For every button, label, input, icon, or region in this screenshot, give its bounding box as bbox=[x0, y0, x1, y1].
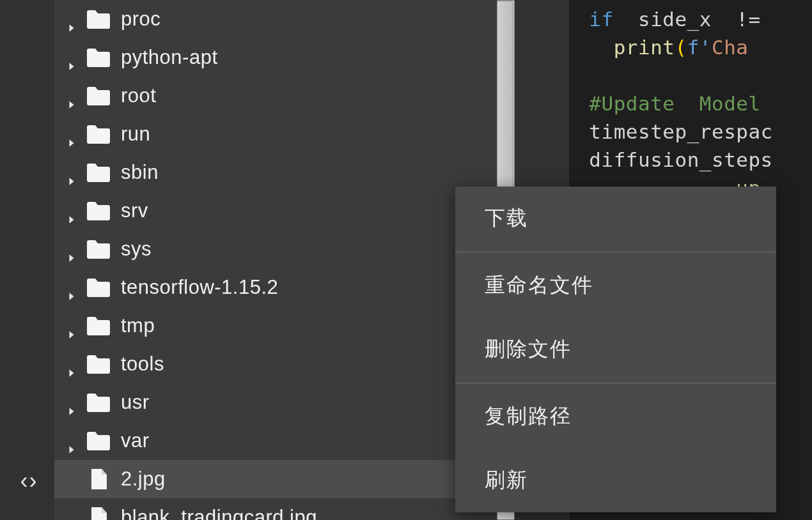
menu-divider bbox=[455, 383, 776, 383]
chevron-right-icon[interactable] bbox=[67, 206, 76, 215]
chevron-right-icon[interactable] bbox=[67, 15, 76, 24]
context-menu-item[interactable]: 复制路径 bbox=[455, 385, 776, 448]
folder-icon bbox=[86, 123, 111, 145]
tree-item-label: proc bbox=[121, 8, 160, 31]
tree-item-python-apt[interactable]: python-apt bbox=[54, 38, 515, 77]
tree-item-sbin[interactable]: sbin bbox=[54, 153, 515, 192]
tree-item-tmp[interactable]: tmp bbox=[54, 307, 515, 345]
folder-icon bbox=[86, 353, 111, 375]
context-menu-item[interactable]: 删除文件 bbox=[455, 317, 776, 381]
tree-item-label: blank_tradingcard.jpg bbox=[121, 506, 317, 520]
code-token: print bbox=[614, 36, 675, 59]
tree-item-label: srv bbox=[121, 199, 148, 222]
file-icon bbox=[86, 468, 111, 490]
tree-item-label: tmp bbox=[121, 314, 155, 337]
tree-item-label: sys bbox=[121, 238, 152, 261]
context-menu-item[interactable]: 下载 bbox=[455, 187, 776, 250]
chevron-right-icon[interactable] bbox=[67, 283, 76, 292]
tree-item-proc[interactable]: proc bbox=[54, 0, 515, 38]
context-menu-item[interactable]: 刷新 bbox=[455, 448, 776, 512]
code-line: #Update Model bbox=[550, 89, 812, 118]
code-line: if side_x != bbox=[550, 5, 812, 33]
tree-item-label: tools bbox=[121, 353, 164, 376]
code-token: != bbox=[736, 8, 760, 31]
chevron-right-icon[interactable] bbox=[67, 321, 76, 330]
chevron-right-icon[interactable] bbox=[67, 91, 76, 100]
code-line: print(f'Cha bbox=[550, 33, 812, 61]
context-menu-item[interactable]: 重命名文件 bbox=[455, 254, 776, 317]
tree-item-label: python-apt bbox=[121, 46, 218, 69]
folder-icon bbox=[86, 277, 111, 298]
file-icon bbox=[86, 507, 111, 520]
chevron-right-icon[interactable] bbox=[67, 53, 76, 62]
tree-item-label: tensorflow-1.15.2 bbox=[121, 276, 278, 299]
code-token: timestep_respac bbox=[589, 120, 772, 143]
code-toggle-icon[interactable]: ‹ › bbox=[20, 468, 35, 494]
code-token: if bbox=[589, 8, 613, 31]
tree-item-srv[interactable]: srv bbox=[54, 192, 515, 230]
folder-icon bbox=[86, 85, 111, 107]
folder-icon bbox=[86, 200, 111, 222]
tree-item-var[interactable]: var bbox=[54, 422, 515, 460]
code-token: Cha bbox=[712, 36, 749, 59]
folder-icon bbox=[86, 315, 111, 337]
context-menu: 下载重命名文件删除文件复制路径刷新 bbox=[455, 187, 776, 512]
code-token: f' bbox=[687, 36, 712, 59]
folder-icon bbox=[86, 8, 111, 30]
folder-icon bbox=[86, 47, 111, 68]
tree-item-run[interactable]: run bbox=[54, 115, 515, 153]
code-line bbox=[550, 61, 812, 89]
file-tree-panel: procpython-aptrootrunsbinsrvsystensorflo… bbox=[54, 0, 515, 520]
code-token: #Update Model bbox=[589, 92, 772, 115]
code-token: diffusion_steps bbox=[589, 148, 772, 171]
tree-item-sys[interactable]: sys bbox=[54, 230, 515, 268]
menu-divider bbox=[455, 252, 776, 252]
code-token: side_x bbox=[614, 8, 737, 31]
tree-item-label: run bbox=[121, 123, 150, 146]
chevron-right-icon[interactable] bbox=[67, 130, 76, 139]
chevron-right-icon[interactable] bbox=[67, 398, 76, 407]
tree-item-label: usr bbox=[121, 391, 150, 414]
tree-item-usr[interactable]: usr bbox=[54, 383, 515, 422]
tree-item-label: sbin bbox=[121, 161, 159, 184]
folder-icon bbox=[86, 430, 111, 452]
tree-item-label: 2.jpg bbox=[121, 468, 166, 491]
chevron-right-icon[interactable] bbox=[67, 360, 76, 369]
folder-icon bbox=[86, 162, 111, 183]
folder-icon bbox=[86, 392, 111, 413]
chevron-right-icon[interactable] bbox=[67, 168, 76, 177]
tree-item-2-jpg[interactable]: 2.jpg bbox=[54, 460, 515, 498]
tree-item-label: root bbox=[121, 84, 156, 107]
tree-item-blank-tradingcard-jpg[interactable]: blank_tradingcard.jpg bbox=[54, 498, 515, 520]
left-gutter: ‹ › bbox=[0, 0, 54, 520]
tree-item-root[interactable]: root bbox=[54, 77, 515, 115]
chevron-right-icon[interactable] bbox=[67, 436, 76, 445]
tree-item-tensorflow-1-15-2[interactable]: tensorflow-1.15.2 bbox=[54, 268, 515, 307]
tree-item-label: var bbox=[121, 429, 150, 452]
tree-item-tools[interactable]: tools bbox=[54, 345, 515, 383]
code-token: ( bbox=[675, 36, 687, 59]
code-line: diffusion_steps bbox=[550, 146, 812, 174]
code-line: timestep_respac bbox=[550, 118, 812, 146]
chevron-right-icon[interactable] bbox=[67, 245, 76, 254]
folder-icon bbox=[86, 238, 111, 260]
